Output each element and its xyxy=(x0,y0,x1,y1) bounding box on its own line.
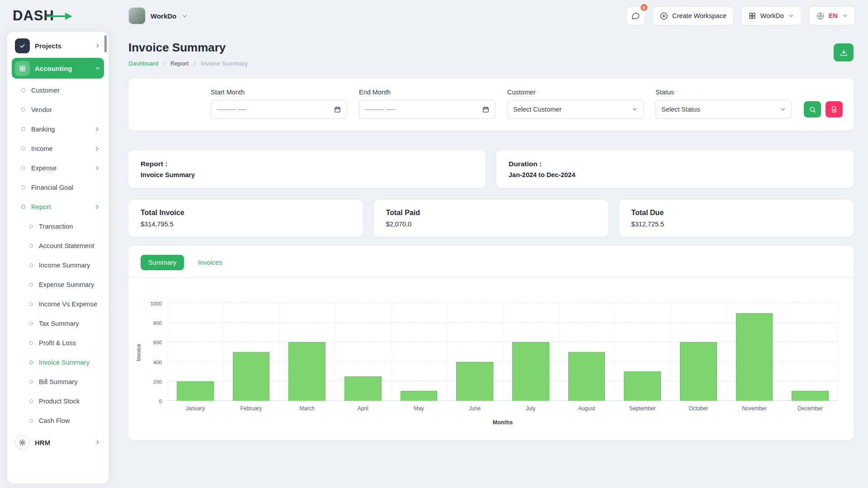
end-month-label: End Month xyxy=(359,89,495,96)
end-month-input[interactable]: --------- ---- xyxy=(359,100,495,119)
bullet-icon xyxy=(29,361,33,364)
chevron-right-icon xyxy=(94,126,100,132)
bullet-icon xyxy=(21,166,25,170)
sidebar-item-invoice-summary[interactable]: Invoice Summary xyxy=(7,352,108,372)
total-due-value: $312,725.5 xyxy=(631,221,841,228)
sidebar-item-income-summary[interactable]: Income Summary xyxy=(7,255,108,275)
sidebar-item-income[interactable]: Income xyxy=(7,139,108,158)
chart-column-november xyxy=(726,303,783,401)
chart-x-tick: February xyxy=(223,405,279,412)
sidebar-scrollbar[interactable] xyxy=(104,35,107,52)
sidebar-item-financial-goal[interactable]: Financial Goal xyxy=(7,178,108,197)
sidebar-item-hrm[interactable]: HRM xyxy=(12,432,104,453)
start-month-input[interactable]: --------- ---- xyxy=(211,100,347,119)
chevron-down-icon xyxy=(788,13,794,19)
search-icon xyxy=(809,106,816,113)
chart-y-tick: 0 xyxy=(159,399,162,404)
sidebar-item-expense[interactable]: Expense xyxy=(7,158,108,178)
sidebar-item-banking[interactable]: Banking xyxy=(7,119,108,139)
chart-y-axis-label: Invoice xyxy=(136,344,142,361)
bar-march[interactable] xyxy=(288,342,326,401)
language-label: EN xyxy=(829,12,838,19)
calendar-icon xyxy=(482,106,490,113)
breadcrumb: Dashboard › Report › Invoice Summary xyxy=(128,60,248,67)
status-select[interactable]: Select Status xyxy=(656,100,792,119)
bullet-icon xyxy=(29,399,33,403)
sidebar-item-tax-summary[interactable]: Tax Summary xyxy=(7,314,108,333)
filter-card: Start Month --------- ---- End Month ---… xyxy=(128,79,854,131)
report-info-card: Report : Invoice Summary xyxy=(128,150,486,188)
sidebar-item-accounting[interactable]: Accounting xyxy=(12,58,104,79)
chart-x-tick: June xyxy=(447,405,503,412)
chart-y-tick: 200 xyxy=(153,379,162,385)
workdo-apps-button[interactable]: WorkDo xyxy=(741,6,802,25)
projects-icon xyxy=(15,38,30,53)
bar-june[interactable] xyxy=(456,362,493,401)
messages-button[interactable]: 0 xyxy=(626,6,645,25)
sidebar-item-cash-flow[interactable]: Cash Flow xyxy=(7,411,108,430)
sidebar-item-expense-summary[interactable]: Expense Summary xyxy=(7,275,108,294)
bullet-icon xyxy=(29,263,33,267)
chevron-down-icon xyxy=(181,13,188,19)
bar-july[interactable] xyxy=(512,342,549,401)
bar-may[interactable] xyxy=(401,391,438,401)
duration-info-label: Duration : xyxy=(509,160,841,168)
language-selector[interactable]: EN xyxy=(809,6,855,25)
sidebar-item-account-statement[interactable]: Account Statement xyxy=(7,236,108,255)
notification-badge: 0 xyxy=(640,3,648,12)
chevron-down-icon xyxy=(632,106,638,113)
chevron-right-icon xyxy=(94,165,100,171)
sidebar-item-bill-summary[interactable]: Bill Summary xyxy=(7,372,108,391)
chart-column-december xyxy=(782,303,838,401)
bullet-icon xyxy=(21,185,25,189)
bullet-icon xyxy=(29,302,33,306)
sidebar-item-vendor[interactable]: Vendor xyxy=(7,100,108,119)
file-x-icon xyxy=(830,106,838,113)
chart-y-tick: 400 xyxy=(153,360,162,365)
chart-column-april xyxy=(335,303,391,401)
chevron-right-icon xyxy=(94,439,101,446)
grid-icon xyxy=(748,12,756,20)
sidebar-nav: Projects Accounting Customer Vendor Bank… xyxy=(7,35,108,453)
customer-select[interactable]: Select Customer xyxy=(507,100,644,119)
download-button[interactable] xyxy=(834,43,854,61)
sidebar-item-income-vs-expense[interactable]: Income Vs Expense xyxy=(7,294,108,314)
breadcrumb-dashboard[interactable]: Dashboard xyxy=(128,60,158,67)
sidebar-item-report[interactable]: Report xyxy=(7,197,108,216)
create-workspace-button[interactable]: Create Workspace xyxy=(652,6,734,25)
chart-x-tick: January xyxy=(167,405,223,412)
sidebar-item-customer[interactable]: Customer xyxy=(7,80,108,100)
workspace-avatar xyxy=(128,7,146,24)
globe-icon xyxy=(816,12,825,20)
workspace-selector[interactable]: WorkDo xyxy=(128,7,188,24)
bar-april[interactable] xyxy=(344,376,382,401)
bar-january[interactable] xyxy=(177,381,214,401)
chevron-right-icon xyxy=(94,204,100,210)
chart-y-tick: 800 xyxy=(153,320,162,326)
tab-summary[interactable]: Summary xyxy=(141,255,184,270)
app-logo[interactable]: DASH xyxy=(13,8,121,24)
bullet-icon xyxy=(21,108,25,112)
apply-filter-button[interactable] xyxy=(804,101,821,117)
bar-october[interactable] xyxy=(680,342,717,401)
total-paid-card: Total Paid $2,070.0 xyxy=(374,200,609,237)
duration-info-value: Jan-2024 to Dec-2024 xyxy=(509,171,841,178)
total-invoice-card: Total Invoice $314,795.5 xyxy=(128,200,363,237)
bar-august[interactable] xyxy=(568,352,605,401)
tab-invoices[interactable]: Invoices xyxy=(190,255,230,270)
sidebar-item-product-stock[interactable]: Product Stock xyxy=(7,391,108,411)
breadcrumb-report[interactable]: Report xyxy=(170,60,189,67)
chart-column-october xyxy=(670,303,726,401)
chart-column-september xyxy=(614,303,670,401)
sidebar-item-transaction[interactable]: Transaction xyxy=(7,216,108,236)
create-workspace-label: Create Workspace xyxy=(672,12,726,19)
reset-filter-button[interactable] xyxy=(826,101,843,117)
sidebar-item-profit-loss[interactable]: Profit & Loss xyxy=(7,333,108,352)
bar-december[interactable] xyxy=(792,391,829,401)
bar-september[interactable] xyxy=(624,371,661,401)
sidebar-item-projects[interactable]: Projects xyxy=(12,35,104,56)
bar-february[interactable] xyxy=(233,352,270,401)
report-info-value: Invoice Summary xyxy=(141,171,473,178)
bar-november[interactable] xyxy=(736,313,773,401)
total-invoice-label: Total Invoice xyxy=(141,209,351,217)
